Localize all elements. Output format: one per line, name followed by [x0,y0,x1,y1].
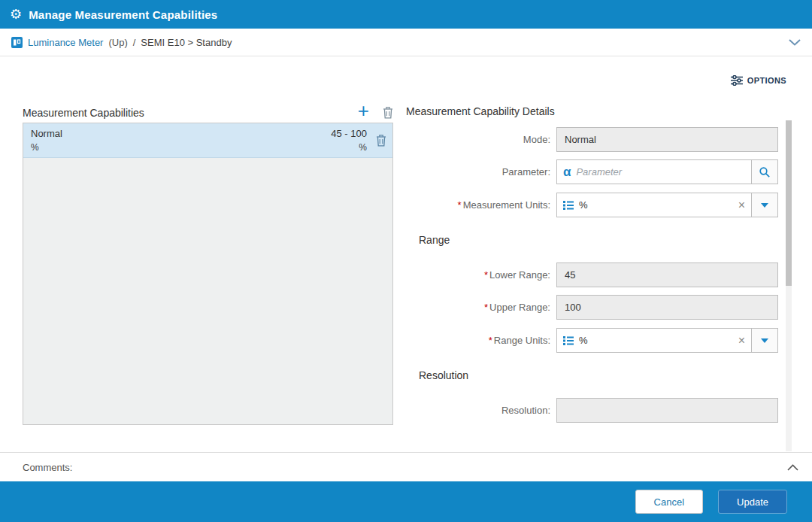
parameter-input[interactable] [576,166,745,178]
comments-collapse-button[interactable] [787,464,798,471]
breadcrumb-path: SEMI E10 > Standby [141,37,232,48]
resolution-row: Resolution: [406,398,784,423]
list-icon [563,336,574,345]
comments-section-header[interactable]: Comments: [0,452,812,481]
chevron-down-icon [789,39,801,46]
required-marker: * [489,335,492,346]
measurement-units-row: *Measurement Units: % × [406,193,784,217]
capabilities-list-header: Measurement Capabilities + [23,99,393,119]
clear-icon[interactable]: × [738,335,745,347]
alpha-icon: α [563,165,571,178]
chevron-up-icon [787,464,798,471]
range-section-title: Range [419,234,784,247]
measurement-units-label: *Measurement Units: [406,199,556,211]
resolution-section-title: Resolution [419,369,784,382]
list-icon [563,201,574,210]
footer-bar: Cancel Update [0,481,812,522]
add-capability-button[interactable]: + [358,102,369,119]
trash-icon [376,134,386,147]
gear-icon: ⚙ [10,8,22,21]
chevron-down-icon [761,203,768,208]
mode-label: Mode: [406,134,556,145]
resolution-label: Resolution: [406,405,556,416]
mode-input[interactable] [556,127,778,152]
parameter-label: Parameter: [406,166,556,178]
range-units-dropdown-button[interactable] [751,328,778,353]
breadcrumb: Luminance Meter (Up) / SEMI E10 > Standb… [0,29,812,56]
measurement-units-field[interactable]: % × [556,193,752,217]
measurement-units-dropdown-button[interactable] [751,193,778,217]
range-units-label: *Range Units: [406,335,556,346]
upper-range-label: *Upper Range: [406,302,556,313]
required-marker: * [458,199,462,211]
delete-row-button[interactable] [376,134,386,147]
options-button[interactable]: OPTIONS [731,75,786,86]
required-marker: * [484,302,488,313]
range-units-row: *Range Units: % × [406,328,784,353]
breadcrumb-separator: / [133,37,136,48]
parameter-field: α [556,159,752,184]
cancel-button[interactable]: Cancel [635,490,703,514]
range-units-field[interactable]: % × [556,328,752,353]
capability-mode: Normal [31,128,62,139]
window-title: Manage Measurement Capabilities [29,8,217,21]
capability-units: % [31,142,62,153]
capability-item-right: 45 - 100 % [331,128,376,153]
capability-list-item[interactable]: Normal % 45 - 100 % [23,123,392,158]
options-label: OPTIONS [747,76,786,85]
trash-icon [383,106,393,119]
search-icon [759,166,771,178]
breadcrumb-up-link[interactable]: (Up) [108,37,127,48]
breadcrumb-device-link[interactable]: Luminance Meter [28,37,103,48]
update-button[interactable]: Update [718,490,787,514]
capability-item-left: Normal % [31,128,62,153]
delete-capability-button[interactable] [383,106,393,119]
lower-range-row: *Lower Range: [406,263,784,287]
details-scrollbar-track[interactable] [786,120,792,451]
upper-range-input[interactable] [556,295,778,320]
capabilities-list-title: Measurement Capabilities [23,107,144,119]
comments-label: Comments: [23,462,72,473]
manage-measurement-capabilities-window: ⚙ Manage Measurement Capabilities Lumina… [0,0,812,522]
breadcrumb-expand-button[interactable] [789,39,801,46]
clear-icon[interactable]: × [738,199,745,211]
capability-range-units: % [331,142,367,153]
details-title: Measurement Capability Details [406,105,784,117]
capabilities-listbox: Normal % 45 - 100 % [23,123,393,425]
details-scrollbar-thumb[interactable] [786,120,792,286]
lower-range-label: *Lower Range: [406,269,556,281]
parameter-search-button[interactable] [751,159,778,184]
options-sliders-icon [731,75,743,86]
lower-range-input[interactable] [556,263,778,287]
capability-details-panel: Measurement Capability Details Mode: Par… [406,105,784,423]
required-marker: * [484,269,488,281]
range-units-value: % [579,335,588,346]
capability-range: 45 - 100 [331,128,367,139]
device-icon [11,37,23,48]
parameter-row: Parameter: α [406,159,784,184]
mode-row: Mode: [406,127,784,152]
title-bar: ⚙ Manage Measurement Capabilities [0,0,812,29]
resolution-input[interactable] [556,398,778,423]
upper-range-row: *Upper Range: [406,295,784,320]
measurement-units-value: % [579,199,588,211]
chevron-down-icon [761,338,768,343]
